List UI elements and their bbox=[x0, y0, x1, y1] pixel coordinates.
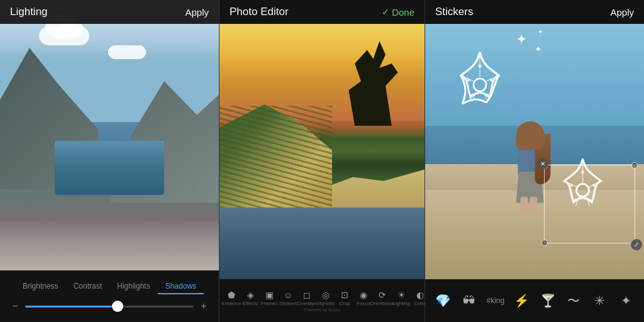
orientation-icon: ⟳ bbox=[379, 291, 386, 299]
slider-plus: + bbox=[199, 301, 209, 312]
sparkle-icon-1: ✦ bbox=[516, 31, 527, 48]
editor-title: Photo Editor bbox=[230, 6, 289, 18]
stickers-icon: ☺ bbox=[284, 291, 292, 299]
editor-toolbar: ⬟ Enhance ◈ Effects ▣ Frames ☺ Stickers … bbox=[219, 279, 425, 322]
tab-shadows[interactable]: Shadows bbox=[158, 279, 204, 294]
sparkle-icon: ✳ bbox=[594, 293, 605, 308]
orientation-label: Orientation bbox=[370, 301, 394, 306]
sticker-transform-container[interactable]: ✕ ⤢ bbox=[544, 165, 635, 243]
frames-label: Frames bbox=[260, 301, 277, 306]
toolbar-icons: ⬟ Enhance ◈ Effects ▣ Frames ☺ Stickers … bbox=[219, 291, 425, 306]
ocean-area bbox=[219, 203, 425, 279]
svg-point-15 bbox=[574, 199, 577, 201]
crop-label: Crop bbox=[339, 301, 350, 306]
person-hair bbox=[516, 121, 545, 150]
frames-icon: ▣ bbox=[265, 291, 274, 299]
slider-row: − + bbox=[10, 301, 209, 312]
sticker-tool-sparkle[interactable]: ✳ bbox=[591, 293, 609, 308]
tab-highlights[interactable]: Highlights bbox=[109, 279, 158, 294]
svg-point-0 bbox=[474, 79, 486, 91]
vignette-label: Vignette bbox=[316, 301, 335, 306]
effects-label: Effects bbox=[243, 301, 258, 306]
lighting-title: Lighting bbox=[10, 6, 48, 18]
adjustment-tabs: Brightness Contrast Highlights Shadows bbox=[15, 279, 204, 294]
sticker-toolbar: 💎 🕶 #king ⚡ 🍸 〜 ✳ ✦ bbox=[425, 279, 644, 322]
sticker-tool-hashtag[interactable]: #king bbox=[487, 296, 505, 305]
sticker-tool-squiggle[interactable]: 〜 bbox=[565, 292, 582, 309]
sticker-tool-cocktail[interactable]: 🍸 bbox=[539, 293, 557, 308]
svg-point-3 bbox=[486, 94, 489, 97]
tool-overlays[interactable]: ◻ Overlays bbox=[297, 291, 316, 306]
sticker-tool-starfish[interactable]: ✦ bbox=[617, 293, 635, 308]
lightning-icon: ⚡ bbox=[514, 293, 530, 308]
editor-panel: Photo Editor ✓ Done ⬟ Enhance ◈ Effects … bbox=[219, 0, 425, 322]
sticker-starfish-small[interactable] bbox=[537, 151, 628, 230]
lighting-apply-button[interactable]: Apply bbox=[185, 7, 209, 18]
tab-contrast[interactable]: Contrast bbox=[66, 279, 109, 294]
slider-fill bbox=[25, 306, 118, 308]
stickers-top-bar: Stickers Apply bbox=[425, 0, 644, 24]
sunglasses-icon: 🕶 bbox=[463, 294, 475, 308]
lighting-icon: ☀ bbox=[397, 291, 406, 299]
sparkle-icon-3: ✦ bbox=[538, 28, 543, 35]
cloud-2 bbox=[108, 45, 146, 59]
crop-icon: ⊡ bbox=[341, 291, 348, 299]
sparkle-icon-2: ✦ bbox=[535, 44, 542, 54]
stickers-panel: Stickers Apply bbox=[425, 0, 644, 322]
sticker-starfish-large[interactable] bbox=[436, 44, 536, 119]
diamond-icon: 💎 bbox=[435, 293, 451, 308]
lighting-top-bar: Lighting Apply bbox=[0, 0, 219, 24]
enhance-icon: ⬟ bbox=[228, 291, 235, 299]
editor-photo bbox=[219, 24, 425, 279]
person-leg-right bbox=[528, 196, 537, 213]
veg-overlay bbox=[219, 106, 332, 208]
editor-done-button[interactable]: ✓ Done bbox=[382, 7, 414, 18]
tool-vignette[interactable]: ◎ Vignette bbox=[316, 291, 335, 306]
svg-point-4 bbox=[471, 94, 474, 97]
tool-effects[interactable]: ◈ Effects bbox=[241, 291, 260, 306]
stickers-title: Stickers bbox=[435, 6, 473, 18]
overlays-icon: ◻ bbox=[303, 291, 311, 299]
slider-track[interactable] bbox=[25, 306, 194, 308]
done-label: Done bbox=[392, 7, 414, 18]
check-icon: ✓ bbox=[382, 7, 389, 17]
stickers-label: Stickers bbox=[279, 301, 297, 306]
person-leg-left bbox=[521, 197, 528, 216]
lighting-photo bbox=[0, 0, 219, 270]
squiggle-icon: 〜 bbox=[567, 292, 580, 309]
sticker-tool-sunglasses[interactable]: 🕶 bbox=[460, 294, 478, 308]
sticker-tool-diamond[interactable]: 💎 bbox=[435, 293, 452, 308]
cocktail-icon: 🍸 bbox=[540, 293, 556, 308]
water-body bbox=[55, 141, 164, 195]
powered-by-label: Powered by Aviary bbox=[304, 308, 340, 312]
hashtag-icon: #king bbox=[487, 296, 505, 305]
lighting-controls: Brightness Contrast Highlights Shadows −… bbox=[0, 270, 219, 322]
editor-top-bar: Photo Editor ✓ Done bbox=[219, 0, 425, 24]
color-label: Color bbox=[414, 301, 426, 306]
cloud-1 bbox=[39, 26, 89, 45]
svg-point-14 bbox=[588, 199, 591, 201]
lighting-panel: Lighting Apply Brightness Contrast Highl… bbox=[0, 0, 219, 322]
tool-crop[interactable]: ⊡ Crop bbox=[335, 291, 354, 306]
sticker-tool-lightning[interactable]: ⚡ bbox=[513, 293, 531, 308]
overlays-label: Overlays bbox=[297, 301, 317, 306]
beach-area bbox=[322, 169, 425, 208]
color-icon: ◐ bbox=[416, 291, 424, 299]
tool-lighting[interactable]: ☀ Lighting bbox=[392, 291, 411, 306]
lighting-label: Lighting bbox=[392, 301, 410, 306]
effects-icon: ◈ bbox=[247, 291, 254, 299]
tool-enhance[interactable]: ⬟ Enhance bbox=[222, 291, 241, 306]
enhance-label: Enhance bbox=[221, 301, 242, 306]
tool-stickers[interactable]: ☺ Stickers bbox=[279, 291, 297, 306]
starfish-icon: ✦ bbox=[621, 293, 631, 308]
stickers-apply-button[interactable]: Apply bbox=[610, 7, 634, 18]
tab-brightness[interactable]: Brightness bbox=[15, 279, 66, 294]
slider-minus: − bbox=[10, 301, 20, 312]
svg-point-11 bbox=[576, 184, 589, 196]
tool-orientation[interactable]: ⟳ Orientation bbox=[373, 291, 392, 306]
slider-thumb[interactable] bbox=[112, 301, 123, 312]
focus-icon: ◉ bbox=[360, 291, 367, 299]
focus-label: Focus bbox=[357, 301, 370, 306]
tool-frames[interactable]: ▣ Frames bbox=[260, 291, 279, 306]
vignette-icon: ◎ bbox=[322, 291, 330, 299]
